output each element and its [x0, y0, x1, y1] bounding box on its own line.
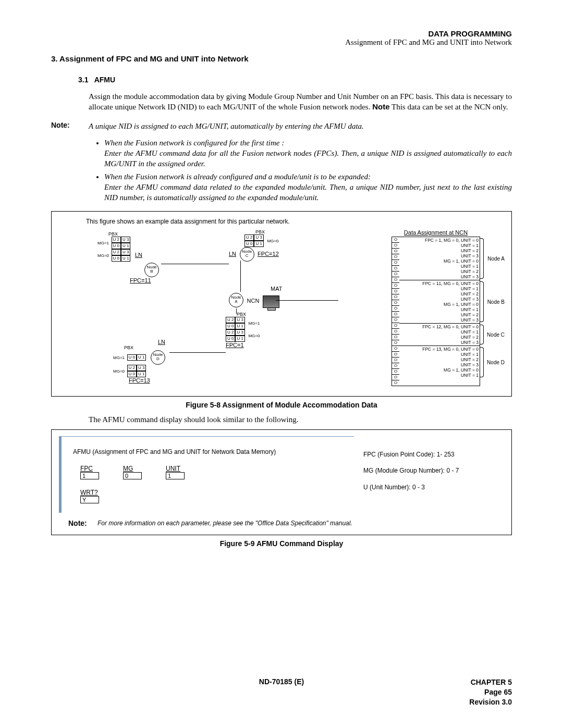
da-line: UNIT = 2 [400, 312, 479, 317]
da-line: UNIT = 2 [400, 248, 479, 253]
unit-cell: U 2 [226, 329, 235, 336]
ln-label: LN [158, 339, 165, 345]
marker-cell: O [392, 277, 399, 283]
da-node-label: Node C [487, 332, 505, 338]
da-line: UNIT = 1 [400, 373, 479, 378]
mg-label: MG [123, 465, 133, 472]
wire [236, 309, 237, 314]
wire [240, 261, 241, 292]
unit-cell: U 3 [137, 365, 146, 371]
unit-cell: U 1 [235, 323, 244, 329]
header-subtitle: Assignment of FPC and MG and UNIT into N… [51, 38, 512, 47]
node-bot: A [235, 299, 237, 304]
ncn-label: NCN [247, 298, 260, 304]
footer-rev: Revision 3.0 [469, 697, 512, 707]
marker-cell: O [392, 357, 399, 363]
unit-cell: U 2 [112, 237, 121, 243]
da-line: UNIT = 1 [400, 243, 479, 248]
list-item: When the Fusion network is configured fo… [104, 138, 512, 169]
da-lines-col: FPC = 1, MG = 0, UNIT = 0UNIT = 1UNIT = … [399, 237, 480, 386]
section-heading: 3. Assignment of FPC and MG and UNIT int… [51, 54, 512, 63]
fpc-label: FPC=13 [129, 377, 165, 384]
unit-cell: U 3 [254, 235, 263, 241]
marker-cell: O [392, 346, 399, 352]
fpc-label: FPC=1 [226, 342, 261, 348]
note-text: For more information on each parameter, … [97, 519, 504, 527]
page-footer: ND-70185 (E) CHAPTER 5 Page 65 Revision … [51, 677, 512, 707]
unit-cell: U 2 [226, 317, 235, 323]
da-node-label: Node D [487, 360, 505, 365]
da-panel: OOOOOOOOOOOOOOOOOOOOOOOOOO FPC = 1, MG =… [391, 237, 480, 386]
fpc-label: FPC [80, 465, 93, 472]
unit-cell: U 1 [235, 336, 244, 342]
marker-cell: O [392, 289, 399, 294]
footer-page: Page 65 [469, 687, 512, 697]
post-figure-text: The AFMU command display should look sim… [89, 415, 512, 424]
fpc-field: FPC 1 [80, 465, 99, 479]
unit-cell: U 2 [244, 235, 254, 241]
note-label: Note: [68, 519, 97, 527]
unit-cell: U 0 [226, 323, 235, 329]
node-d-icon: Node D [151, 350, 165, 365]
pbx-label: PBX [113, 345, 144, 350]
ncn-cluster: Node A NCN [229, 293, 279, 308]
mg-label: MG=1 [97, 241, 109, 245]
da-block: FPC = 12, MG = 0, UNIT = 0UNIT = 1UNIT =… [399, 324, 480, 346]
marker-cell: O [392, 300, 399, 306]
mg-label: MG=1 [248, 321, 260, 326]
mg-label: MG=0 [267, 239, 278, 243]
da-line: UNIT = 3 [400, 297, 479, 302]
brace-icon [480, 238, 484, 279]
marker-cell: O [392, 283, 399, 289]
da-line: UNIT = 3 [400, 362, 479, 367]
da-line: UNIT = 1 [400, 329, 479, 335]
marker-cell: O [392, 323, 399, 329]
header-title: DATA PROGRAMMING [51, 29, 512, 38]
mg-field: MG 0 [123, 465, 142, 479]
fig59-note: Note: For more information on each param… [68, 519, 504, 527]
brace-icon [480, 325, 484, 344]
note-text: A unique NID is assigned to each MG/UNIT… [89, 121, 512, 131]
cmd-title: AFMU (Assignment of FPC and MG and UNIT … [73, 448, 349, 455]
unit-cell: U 0 [226, 336, 235, 342]
mg-row: MG=1 U 0U 1 Node D [113, 350, 165, 365]
fpc-value: 1 [80, 472, 99, 479]
note-block: Note: A unique NID is assigned to each M… [51, 121, 512, 131]
page: DATA PROGRAMMING Assignment of FPC and M… [0, 0, 563, 728]
node-c-icon: Node C [240, 247, 254, 262]
cmd-right-panel: FPC (Fusion Point Code): 1- 253 MG (Modu… [363, 436, 504, 513]
da-line: UNIT = 2 [400, 291, 479, 297]
mat-label: MAT [271, 286, 282, 292]
fpc-label: FPC=12 [258, 251, 279, 257]
mg-row: MG=1 U 2U 3 U 0U 1 [97, 237, 159, 249]
node-b-cluster: PBX MG=1 U 2U 3 U 0U 1 MG=0 U 2U 3 U 0U … [97, 231, 159, 283]
mg-row: U 2U 3 U 0U 1 MG=1 [226, 317, 261, 329]
node-b-icon: Node B [144, 263, 159, 277]
marker-cell: O [392, 266, 399, 272]
da-line: UNIT = 1 [400, 352, 479, 357]
da-line: UNIT = 2 [400, 335, 479, 340]
da-line: UNIT = 3 [400, 317, 479, 323]
unit-cell: U 0 [244, 241, 254, 247]
mg-label: MG=0 [113, 369, 125, 374]
mg-row: MG=0 U 2U 3 U 0U 1 [113, 365, 165, 377]
da-marker-col: OOOOOOOOOOOOOOOOOOOOOOOOOO [392, 237, 399, 386]
da-block: FPC = 13, MG = 0, UNIT = 0UNIT = 1UNIT =… [399, 346, 480, 378]
da-line: FPC = 13, MG = 0, UNIT = 0 [400, 347, 479, 352]
figure-5-8-caption: Figure 5-8 Assignment of Module Accommod… [51, 401, 512, 409]
marker-cell: O [392, 254, 399, 260]
wrt-field: WRT? Y [80, 489, 349, 503]
marker-cell: O [392, 317, 399, 323]
unit-cell: U 3 [121, 237, 130, 243]
wire [276, 300, 338, 301]
da-block: FPC = 11, MG = 0, UNIT = 0UNIT = 1UNIT =… [399, 280, 480, 324]
bullet-head: When the Fusion network is configured fo… [104, 139, 284, 147]
unit-cell: U 0 [112, 255, 121, 262]
node-bot: B [150, 269, 153, 274]
da-line: MG = 1, UNIT = 0 [400, 367, 479, 373]
da-line: UNIT = 1 [400, 307, 479, 312]
node-a-pbx: PBX U 2U 3 U 0U 1 MG=1 U 2U 3 U 0U 1 [226, 312, 261, 348]
wrt-label: WRT? [80, 489, 98, 496]
figure-5-8-box: This figure shows an example data assign… [51, 211, 512, 397]
data-assignment-area: Data Assignment at NCN OOOOOOOOOOOOOOOOO… [391, 229, 506, 391]
